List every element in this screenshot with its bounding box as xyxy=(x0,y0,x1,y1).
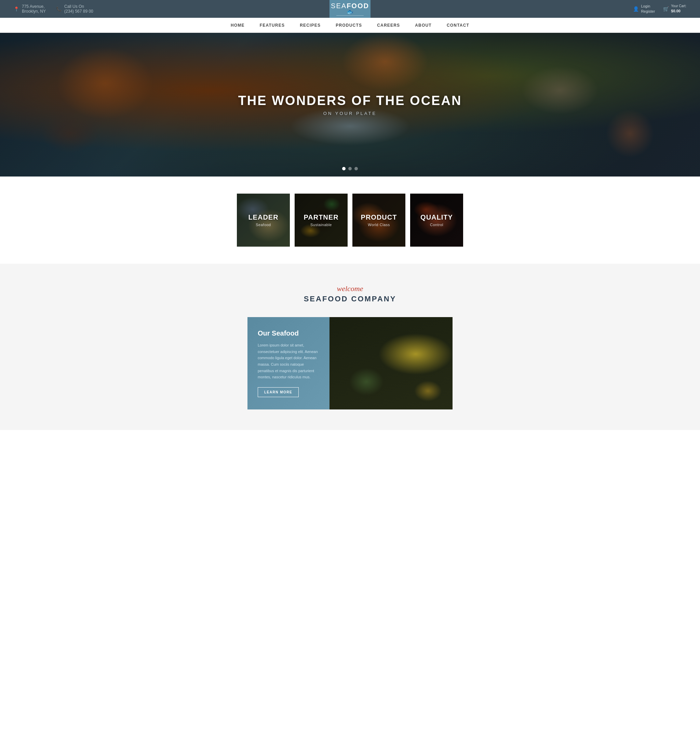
card-leader-sub: Seafood xyxy=(256,223,271,227)
nav-products[interactable]: PRODUCTS xyxy=(334,23,363,28)
learn-more-button[interactable]: LEARN MORE xyxy=(258,387,299,397)
about-card-right-inner xyxy=(329,317,453,410)
card-leader-title: LEADER xyxy=(248,213,278,221)
address-info: 📍 775 Avenue, Brooklyn, NY xyxy=(14,4,46,14)
card-partner-title: PARTNER xyxy=(303,213,338,221)
cart-info[interactable]: 🛒 Your Cart: $0.00 xyxy=(663,4,686,14)
hero-subtitle: ON YOUR PLATE xyxy=(238,111,462,116)
phone-label: Call Us On xyxy=(64,4,93,9)
feature-card-leader[interactable]: LEADER Seafood xyxy=(237,194,290,247)
card-partner-sub: Sustainable xyxy=(310,223,332,227)
card-quality-title: QUALITY xyxy=(420,213,453,221)
cart-label: Your Cart: xyxy=(671,4,686,9)
card-quality-content: QUALITY Control xyxy=(410,194,463,247)
card-product-title: PRODUCT xyxy=(361,213,397,221)
about-title: SEAFOOD COMPANY xyxy=(304,295,397,304)
about-card-text: Our Seafood Lorem ipsum dolor sit amet, … xyxy=(258,329,319,380)
hero-dots xyxy=(342,167,358,170)
about-card: Our Seafood Lorem ipsum dolor sit amet, … xyxy=(247,317,453,410)
phone-info: 📞 Call Us On (234) 567 89 00 xyxy=(56,4,93,14)
dot-3[interactable] xyxy=(354,167,358,170)
login-link[interactable]: Login xyxy=(641,4,655,9)
feature-card-partner[interactable]: PARTNER Sustainable xyxy=(294,194,348,247)
top-bar-right: 👤 Login Register 🛒 Your Cart: $0.00 xyxy=(633,4,686,15)
card-product-content: PRODUCT World Class xyxy=(352,194,406,247)
feature-card-product[interactable]: PRODUCT World Class xyxy=(352,194,406,247)
user-icon: 👤 xyxy=(633,6,639,12)
top-bar: 📍 775 Avenue, Brooklyn, NY 📞 Call Us On … xyxy=(0,0,700,18)
location-icon: 📍 xyxy=(14,6,19,12)
cart-amount: $0.00 xyxy=(671,9,686,14)
top-bar-left: 📍 775 Avenue, Brooklyn, NY 📞 Call Us On … xyxy=(14,4,93,14)
hero-background: THE WONDERS OF THE OCEAN ON YOUR PLATE xyxy=(0,33,700,176)
features-section: LEADER Seafood PARTNER Sustainable PRODU… xyxy=(0,176,700,264)
fish-icon: 🐟 xyxy=(347,9,353,15)
features-grid: LEADER Seafood PARTNER Sustainable PRODU… xyxy=(237,194,463,247)
nav-careers[interactable]: CAREERS xyxy=(376,23,401,28)
address-label: 775 Avenue, xyxy=(22,4,46,9)
register-link[interactable]: Register xyxy=(641,9,655,14)
hero-section: THE WONDERS OF THE OCEAN ON YOUR PLATE xyxy=(0,33,700,176)
site-logo[interactable]: SEAFOOD 🐟 xyxy=(329,0,371,18)
about-card-heading: Our Seafood xyxy=(258,329,319,337)
about-card-left: Our Seafood Lorem ipsum dolor sit amet, … xyxy=(247,317,329,410)
nav-contact[interactable]: CONTACT xyxy=(445,23,471,28)
dot-2[interactable] xyxy=(348,167,352,170)
nav-about[interactable]: ABOUT xyxy=(414,23,433,28)
feature-card-quality[interactable]: QUALITY Control xyxy=(410,194,463,247)
auth-links[interactable]: 👤 Login Register xyxy=(633,4,655,15)
about-welcome: welcome xyxy=(337,284,363,293)
hero-content: THE WONDERS OF THE OCEAN ON YOUR PLATE xyxy=(238,93,462,116)
card-partner-content: PARTNER Sustainable xyxy=(294,194,348,247)
nav-recipes[interactable]: RECIPES xyxy=(299,23,322,28)
card-product-sub: World Class xyxy=(368,223,390,227)
dot-1[interactable] xyxy=(342,167,346,170)
card-quality-sub: Control xyxy=(430,223,443,227)
address-value: Brooklyn, NY xyxy=(22,9,46,14)
logo-divider xyxy=(336,15,364,16)
card-leader-content: LEADER Seafood xyxy=(237,194,290,247)
nav-home[interactable]: HOME xyxy=(229,23,246,28)
logo-text: SEAFOOD xyxy=(331,2,369,9)
main-nav: HOME FEATURES RECIPES PRODUCTS CAREERS A… xyxy=(0,18,700,33)
hero-title: THE WONDERS OF THE OCEAN xyxy=(238,93,462,108)
phone-icon: 📞 xyxy=(56,6,62,12)
about-section: welcome SEAFOOD COMPANY Our Seafood Lore… xyxy=(0,264,700,430)
nav-features[interactable]: FEATURES xyxy=(258,23,286,28)
phone-value: (234) 567 89 00 xyxy=(64,9,93,14)
about-card-right xyxy=(329,317,453,410)
about-card-body: Lorem ipsum dolor sit amet, consectetuer… xyxy=(258,342,319,380)
cart-icon: 🛒 xyxy=(663,6,669,12)
